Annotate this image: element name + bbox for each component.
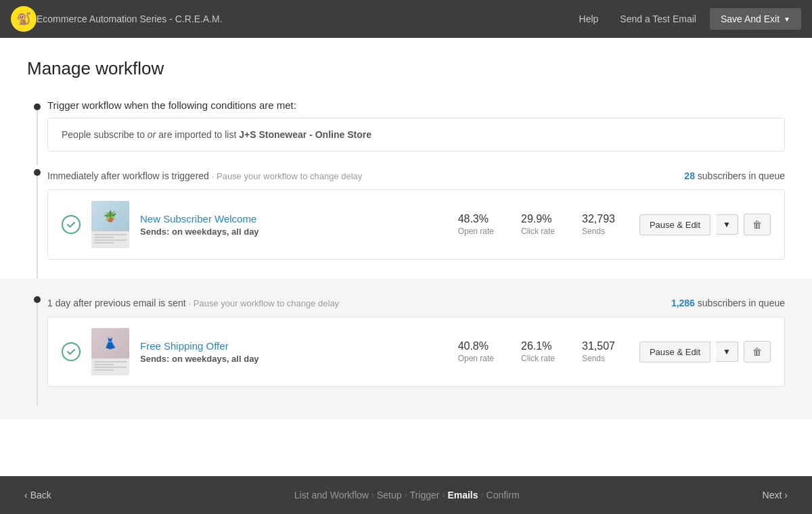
- email-content-1: Immediately after workflow is triggered …: [47, 165, 785, 279]
- click-rate-label-2: Click rate: [521, 354, 555, 363]
- bullet-trigger: [34, 103, 41, 110]
- email-card-1: 🪴 New Subscriber Welcome Sends:: [47, 189, 785, 260]
- trash-icon-2: 🗑: [752, 346, 762, 357]
- click-rate-val-2: 26.1%: [521, 340, 555, 352]
- open-rate-val-2: 40.8%: [458, 340, 494, 352]
- save-and-exit-button[interactable]: Save And Exit ▼: [710, 8, 801, 30]
- email-thumb-1: 🪴: [91, 201, 129, 248]
- delay-hint-2: · Pause your workflow to change delay: [189, 298, 340, 308]
- bullet-line-1: [37, 176, 38, 279]
- bullet-2: [34, 296, 41, 303]
- pause-edit-button-2[interactable]: Pause & Edit: [639, 342, 710, 363]
- delay-text-2: 1 day after previous email is sent · Pau…: [47, 298, 339, 308]
- queue-label-1: subscribers in queue: [698, 170, 785, 181]
- breadcrumb-steps: List and Workflow › Setup › Trigger › Em…: [294, 490, 520, 500]
- open-rate-val-1: 48.3%: [458, 213, 494, 225]
- click-rate-val-1: 29.9%: [521, 213, 555, 225]
- stats-1: 48.3% Open rate 29.9% Click rate 32,793 …: [458, 213, 615, 236]
- step-emails[interactable]: Emails: [447, 490, 478, 500]
- bullet-line-2: [37, 303, 38, 406]
- trigger-desc-mid: are imported to list: [158, 129, 239, 140]
- email-section-2-wrapper: 1 day after previous email is sent · Pau…: [0, 279, 812, 419]
- sends-stat-2: 31,507 Sends: [582, 340, 615, 363]
- left-arrow-icon: ‹: [24, 490, 28, 500]
- queue-count-1: 28 subscribers in queue: [684, 170, 785, 181]
- main-content: Manage workflow Trigger workflow when th…: [0, 38, 812, 476]
- check-circle-2: [62, 342, 81, 361]
- delete-button-1[interactable]: 🗑: [744, 214, 771, 235]
- trash-icon-1: 🗑: [752, 219, 762, 230]
- delay-text-1: Immediately after workflow is triggered …: [47, 170, 362, 181]
- right-arrow-icon: ›: [784, 490, 788, 500]
- email-sends-2: Sends: on weekdays, all day: [140, 354, 447, 364]
- chevron-down-icon-2: ▼: [723, 347, 731, 356]
- delete-button-2[interactable]: 🗑: [744, 341, 771, 363]
- pause-edit-dropdown-1[interactable]: ▼: [716, 214, 738, 235]
- bullet-1: [34, 169, 41, 176]
- email-thumb-2: 👗: [91, 328, 129, 375]
- email-name-2[interactable]: Free Shipping Offer: [140, 340, 447, 352]
- email-sends-1: Sends: on weekdays, all day: [140, 227, 447, 237]
- trigger-desc-italic: or: [148, 129, 156, 140]
- sends-label-1: Sends: [582, 227, 615, 236]
- click-rate-stat-2: 26.1% Click rate: [521, 340, 555, 363]
- chevron-down-icon-1: ▼: [723, 220, 731, 229]
- mailchimp-logo: 🐒: [11, 6, 37, 32]
- back-button[interactable]: ‹ Back: [16, 484, 60, 506]
- open-rate-stat-1: 48.3% Open rate: [458, 213, 494, 236]
- trigger-desc-pre: People subscribe to: [62, 129, 148, 140]
- delay-header-1: Immediately after workflow is triggered …: [47, 170, 785, 181]
- email-info-2: Free Shipping Offer Sends: on weekdays, …: [140, 340, 447, 364]
- card-actions-1: Pause & Edit ▼ 🗑: [639, 214, 771, 235]
- help-link[interactable]: Help: [571, 8, 607, 30]
- bullet-col-1: [27, 165, 47, 279]
- pause-edit-dropdown-2[interactable]: ▼: [716, 342, 738, 362]
- step-sep-0: ›: [371, 490, 374, 500]
- trigger-box: People subscribe to or are imported to l…: [47, 118, 785, 151]
- step-setup[interactable]: Setup: [377, 490, 402, 500]
- email-info-1: New Subscriber Welcome Sends: on weekday…: [140, 213, 447, 237]
- check-circle-1: [62, 215, 81, 234]
- svg-text:🐒: 🐒: [16, 11, 32, 26]
- trigger-desc-bold: J+S Stonewear - Online Store: [239, 129, 371, 140]
- email-name-1[interactable]: New Subscriber Welcome: [140, 213, 447, 225]
- step-sep-1: ›: [405, 490, 407, 500]
- delay-header-2: 1 day after previous email is sent · Pau…: [47, 298, 785, 308]
- next-button[interactable]: Next ›: [754, 484, 796, 506]
- step-trigger[interactable]: Trigger: [410, 490, 440, 500]
- sends-val-2: 31,507: [582, 340, 615, 352]
- queue-count-2: 1,286 subscribers in queue: [671, 298, 785, 308]
- count-num-1: 28: [684, 170, 695, 181]
- step-sep-3: ›: [481, 490, 484, 500]
- step-confirm[interactable]: Confirm: [487, 490, 520, 500]
- open-rate-stat-2: 40.8% Open rate: [458, 340, 494, 363]
- bottom-navigation: ‹ Back List and Workflow › Setup › Trigg…: [0, 476, 812, 514]
- bullet-col-trigger: [27, 99, 47, 165]
- card-actions-2: Pause & Edit ▼ 🗑: [639, 341, 771, 363]
- sends-label-2: Sends: [582, 354, 615, 363]
- chevron-down-icon: ▼: [784, 16, 790, 23]
- email-section-1: Immediately after workflow is triggered …: [27, 165, 785, 279]
- open-rate-label-2: Open rate: [458, 354, 494, 363]
- open-rate-label-1: Open rate: [458, 227, 494, 236]
- step-sep-2: ›: [442, 490, 445, 500]
- nav-actions: Help Send a Test Email Save And Exit ▼: [571, 8, 801, 30]
- email-card-2: 👗 Free Shipping Offer: [47, 317, 785, 387]
- top-navigation: 🐒 Ecommerce Automation Series - C.R.E.A.…: [0, 0, 812, 38]
- sends-stat-1: 32,793 Sends: [582, 213, 615, 236]
- send-test-email-button[interactable]: Send a Test Email: [612, 8, 704, 30]
- click-rate-label-1: Click rate: [521, 227, 555, 236]
- email-content-2: 1 day after previous email is sent · Pau…: [47, 292, 785, 406]
- trigger-content: Trigger workflow when the following cond…: [47, 99, 785, 165]
- bullet-col-2: [27, 292, 47, 406]
- trigger-section: Trigger workflow when the following cond…: [27, 99, 785, 165]
- step-list-workflow[interactable]: List and Workflow: [294, 490, 369, 500]
- email-section-2: 1 day after previous email is sent · Pau…: [27, 292, 785, 406]
- app-title: Ecommerce Automation Series - C.R.E.A.M.: [37, 14, 571, 24]
- pause-edit-button-1[interactable]: Pause & Edit: [639, 214, 710, 235]
- page-title: Manage workflow: [27, 58, 785, 79]
- stats-2: 40.8% Open rate 26.1% Click rate 31,507 …: [458, 340, 615, 363]
- click-rate-stat-1: 29.9% Click rate: [521, 213, 555, 236]
- queue-label-2: subscribers in queue: [698, 298, 785, 308]
- sends-val-1: 32,793: [582, 213, 615, 225]
